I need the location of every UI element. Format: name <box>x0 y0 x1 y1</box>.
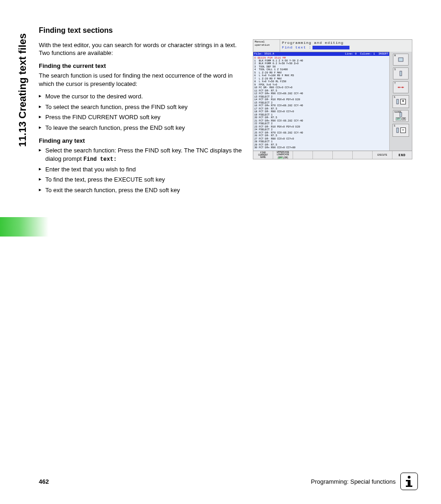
list-item: To select the search function, press the… <box>39 103 242 111</box>
section-tab: 11.13 Creating text files <box>17 23 29 157</box>
program-lines: 1 BLK FORM 0.1 Z X-50 Y-50 Z-40 2 BLK FO… <box>254 60 388 150</box>
status-bar: File: 3516.A Line: 0 Column: 1 INSERT <box>253 52 389 56</box>
intro-paragraph: With the text editor, you can search for… <box>39 41 242 57</box>
list-item: To find the text, press the EXECUTE soft… <box>39 176 242 184</box>
side-button-t[interactable]: T <box>393 81 409 93</box>
side-button-s[interactable]: S <box>393 67 409 79</box>
page-number: 462 <box>39 478 49 485</box>
softkey-empty <box>313 151 333 159</box>
section-stripe <box>0 217 49 237</box>
side-button-m[interactable]: M <box>393 54 409 66</box>
svg-point-4 <box>402 87 404 88</box>
list-current: Move the cursor to the desired word. To … <box>39 92 242 132</box>
list-item: Move the cursor to the desired word. <box>39 92 242 101</box>
subheading-current: Finding the current text <box>39 62 242 70</box>
softkey-empty <box>293 151 313 159</box>
program-listing: File: 3516.A Line: 0 Column: 1 INSERT 0 … <box>253 52 389 151</box>
body-content: Finding text sections With the text edit… <box>39 25 242 199</box>
softkey-row: FIND CURRENT NAME UPPERCASE LOWERCASE OF… <box>253 151 412 159</box>
cursor-highlight <box>312 46 349 49</box>
svg-rect-1 <box>400 71 402 76</box>
subheading-any: Finding any text <box>39 137 242 145</box>
list-item: Enter the text that you wish to find <box>39 165 242 174</box>
code-findtext: Find text: <box>83 156 116 163</box>
minus-icon: − <box>400 128 406 133</box>
svg-rect-0 <box>398 58 403 61</box>
svg-point-3 <box>398 87 400 88</box>
tool-icon <box>397 85 404 90</box>
svg-rect-7 <box>397 128 398 133</box>
screen-title: Programming and editing <box>282 41 410 45</box>
svg-rect-5 <box>397 99 398 104</box>
mode-label: Manual operation <box>253 40 280 52</box>
plus-icon: + <box>400 99 406 104</box>
spindle-icon <box>398 70 404 77</box>
list-any: Select the search function: Press the FI… <box>39 146 242 194</box>
info-icon <box>400 473 418 490</box>
slider-icon <box>396 99 399 104</box>
softkey-case-toggle[interactable]: UPPERCASE LOWERCASE OFF ON <box>273 151 293 159</box>
machine-icon <box>398 56 404 63</box>
softkey-execute[interactable]: EXECUTE <box>373 151 392 159</box>
list-item: Select the search function: Press the FI… <box>39 146 242 163</box>
softkey-empty <box>333 151 353 159</box>
tnc-screenshot: Manual operation Programming and editing… <box>253 39 412 159</box>
list-item: To leave the search function, press the … <box>39 124 242 132</box>
side-button-speed-plus[interactable]: S + <box>392 95 409 108</box>
find-prompt: Find text : <box>282 45 410 49</box>
list-item: To exit the search function, press the E… <box>39 186 242 194</box>
softkey-end[interactable]: END <box>392 151 412 159</box>
side-panel: M S T S + S100% OFF <box>389 52 412 151</box>
heading: Finding text sections <box>39 25 242 36</box>
chapter-title: Programming: Special functions <box>311 478 396 485</box>
slider-icon <box>396 128 399 133</box>
side-button-s100[interactable]: S100% OFF ON <box>393 110 409 122</box>
softkey-empty <box>353 151 373 159</box>
page-footer: 462 Programming: Special functions <box>39 473 418 490</box>
softkey-find-current-name[interactable]: FIND CURRENT NAME <box>253 151 273 159</box>
side-button-speed-minus[interactable]: S − <box>392 124 409 137</box>
section-tab-text: 11.13 Creating text files <box>17 33 29 147</box>
list-item: Press the FIND CURRENT WORD soft key <box>39 113 242 121</box>
sub1-desc: The search function is used for finding … <box>39 72 242 88</box>
